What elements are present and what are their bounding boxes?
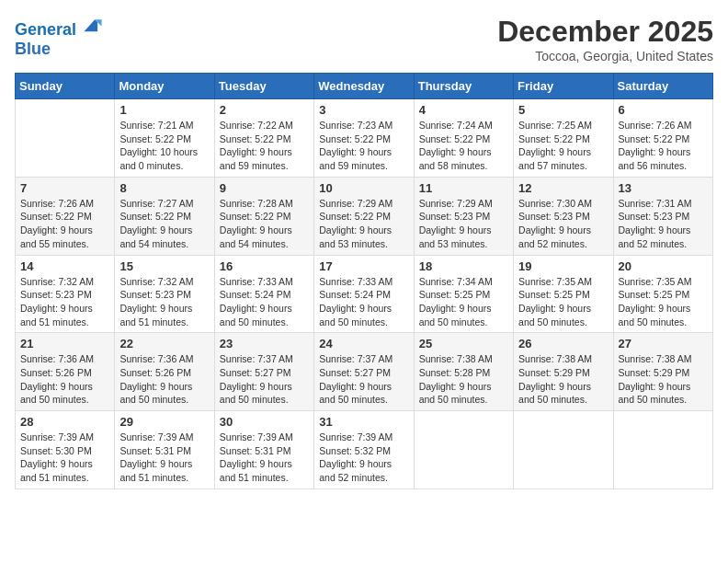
- day-info: Sunrise: 7:33 AM Sunset: 5:24 PM Dayligh…: [220, 275, 309, 329]
- day-number: 4: [419, 103, 508, 117]
- sunset-label: Sunset: 5:23 PM: [619, 211, 690, 222]
- daylight-label: Daylight: 9 hours and 51 minutes.: [220, 458, 292, 483]
- calendar-cell: [613, 411, 712, 489]
- day-number: 21: [20, 337, 109, 350]
- sunrise-label: Sunrise: 7:33 AM: [319, 276, 392, 287]
- day-info: Sunrise: 7:33 AM Sunset: 5:24 PM Dayligh…: [319, 275, 408, 329]
- calendar-cell: 28 Sunrise: 7:39 AM Sunset: 5:30 PM Dayl…: [16, 411, 115, 489]
- calendar-cell: 17 Sunrise: 7:33 AM Sunset: 5:24 PM Dayl…: [314, 255, 414, 333]
- daylight-label: Daylight: 9 hours and 50 minutes.: [619, 381, 691, 406]
- day-info: Sunrise: 7:22 AM Sunset: 5:22 PM Dayligh…: [220, 119, 309, 173]
- calendar-cell: 12 Sunrise: 7:30 AM Sunset: 5:23 PM Dayl…: [514, 177, 613, 255]
- calendar-cell: 20 Sunrise: 7:35 AM Sunset: 5:25 PM Dayl…: [613, 255, 712, 333]
- daylight-label: Daylight: 9 hours and 56 minutes.: [619, 146, 691, 171]
- calendar-cell: 22 Sunrise: 7:36 AM Sunset: 5:26 PM Dayl…: [115, 333, 214, 411]
- calendar-cell: 4 Sunrise: 7:24 AM Sunset: 5:22 PM Dayli…: [414, 99, 513, 178]
- sunrise-label: Sunrise: 7:36 AM: [119, 353, 193, 364]
- sunset-label: Sunset: 5:23 PM: [518, 211, 590, 222]
- calendar-cell: 5 Sunrise: 7:25 AM Sunset: 5:22 PM Dayli…: [514, 99, 613, 178]
- day-info: Sunrise: 7:35 AM Sunset: 5:25 PM Dayligh…: [518, 275, 608, 329]
- daylight-label: Daylight: 9 hours and 50 minutes.: [220, 303, 292, 327]
- logo-icon: [83, 15, 103, 35]
- sunrise-label: Sunrise: 7:22 AM: [220, 120, 293, 131]
- calendar-cell: 2 Sunrise: 7:22 AM Sunset: 5:22 PM Dayli…: [214, 99, 313, 178]
- sunrise-label: Sunrise: 7:37 AM: [220, 353, 293, 364]
- day-info: Sunrise: 7:25 AM Sunset: 5:22 PM Dayligh…: [518, 119, 608, 173]
- day-number: 5: [518, 103, 608, 117]
- day-info: Sunrise: 7:34 AM Sunset: 5:25 PM Dayligh…: [419, 275, 508, 329]
- day-number: 6: [619, 103, 708, 117]
- calendar-cell: [16, 99, 115, 178]
- calendar-week-row: 21 Sunrise: 7:36 AM Sunset: 5:26 PM Dayl…: [16, 333, 713, 411]
- daylight-label: Daylight: 9 hours and 55 minutes.: [20, 224, 93, 249]
- daylight-label: Daylight: 9 hours and 53 minutes.: [419, 224, 492, 249]
- day-info: Sunrise: 7:37 AM Sunset: 5:27 PM Dayligh…: [220, 352, 309, 407]
- sunrise-label: Sunrise: 7:34 AM: [419, 276, 493, 287]
- sunset-label: Sunset: 5:32 PM: [319, 445, 391, 456]
- sunset-label: Sunset: 5:22 PM: [220, 133, 291, 144]
- page-header: General Blue December 2025 Toccoa, Georg…: [15, 15, 713, 63]
- daylight-label: Daylight: 9 hours and 50 minutes.: [619, 303, 691, 327]
- title-area: December 2025 Toccoa, Georgia, United St…: [497, 15, 713, 63]
- sunset-label: Sunset: 5:22 PM: [220, 211, 291, 222]
- day-info: Sunrise: 7:35 AM Sunset: 5:25 PM Dayligh…: [619, 275, 708, 329]
- daylight-label: Daylight: 9 hours and 52 minutes.: [518, 224, 591, 249]
- sunset-label: Sunset: 5:22 PM: [119, 211, 191, 222]
- daylight-label: Daylight: 9 hours and 50 minutes.: [319, 381, 392, 406]
- weekday-header: Wednesday: [314, 74, 414, 99]
- calendar-cell: 31 Sunrise: 7:39 AM Sunset: 5:32 PM Dayl…: [314, 411, 414, 489]
- day-number: 31: [319, 415, 408, 429]
- sunset-label: Sunset: 5:22 PM: [319, 133, 391, 144]
- weekday-header: Thursday: [414, 74, 513, 99]
- sunrise-label: Sunrise: 7:23 AM: [319, 120, 392, 131]
- day-number: 2: [220, 103, 309, 117]
- sunset-label: Sunset: 5:31 PM: [220, 445, 291, 456]
- daylight-label: Daylight: 9 hours and 50 minutes.: [518, 303, 591, 327]
- day-number: 7: [20, 181, 109, 195]
- day-number: 14: [20, 259, 109, 273]
- calendar-cell: [514, 411, 613, 489]
- calendar-cell: 9 Sunrise: 7:28 AM Sunset: 5:22 PM Dayli…: [214, 177, 313, 255]
- sunrise-label: Sunrise: 7:35 AM: [518, 276, 592, 287]
- daylight-label: Daylight: 9 hours and 50 minutes.: [518, 381, 591, 406]
- day-number: 12: [518, 181, 608, 195]
- day-number: 28: [20, 415, 109, 429]
- logo-blue: Blue: [15, 40, 51, 59]
- sunrise-label: Sunrise: 7:39 AM: [220, 431, 293, 442]
- weekday-header: Tuesday: [214, 74, 313, 99]
- sunrise-label: Sunrise: 7:39 AM: [20, 431, 94, 442]
- sunrise-label: Sunrise: 7:38 AM: [619, 353, 692, 364]
- sunrise-label: Sunrise: 7:30 AM: [518, 198, 592, 209]
- sunset-label: Sunset: 5:25 PM: [518, 289, 590, 300]
- day-number: 19: [518, 259, 608, 273]
- daylight-label: Daylight: 9 hours and 50 minutes.: [419, 381, 492, 406]
- day-info: Sunrise: 7:24 AM Sunset: 5:22 PM Dayligh…: [419, 119, 508, 173]
- daylight-label: Daylight: 9 hours and 51 minutes.: [20, 303, 93, 327]
- calendar-cell: 24 Sunrise: 7:37 AM Sunset: 5:27 PM Dayl…: [314, 333, 414, 411]
- day-number: 1: [119, 103, 209, 117]
- sunset-label: Sunset: 5:26 PM: [119, 367, 191, 378]
- day-number: 3: [319, 103, 408, 117]
- day-number: 11: [419, 181, 508, 195]
- day-info: Sunrise: 7:36 AM Sunset: 5:26 PM Dayligh…: [119, 352, 209, 407]
- weekday-header: Friday: [514, 74, 613, 99]
- calendar-cell: 18 Sunrise: 7:34 AM Sunset: 5:25 PM Dayl…: [414, 255, 513, 333]
- daylight-label: Daylight: 9 hours and 52 minutes.: [319, 458, 392, 483]
- sunrise-label: Sunrise: 7:38 AM: [419, 353, 493, 364]
- day-info: Sunrise: 7:38 AM Sunset: 5:29 PM Dayligh…: [619, 352, 708, 407]
- day-info: Sunrise: 7:28 AM Sunset: 5:22 PM Dayligh…: [220, 197, 309, 251]
- sunrise-label: Sunrise: 7:31 AM: [619, 198, 692, 209]
- day-info: Sunrise: 7:38 AM Sunset: 5:28 PM Dayligh…: [419, 352, 508, 407]
- calendar-cell: 26 Sunrise: 7:38 AM Sunset: 5:29 PM Dayl…: [514, 333, 613, 411]
- calendar-cell: 14 Sunrise: 7:32 AM Sunset: 5:23 PM Dayl…: [16, 255, 115, 333]
- day-info: Sunrise: 7:32 AM Sunset: 5:23 PM Dayligh…: [20, 275, 109, 329]
- day-number: 22: [119, 337, 209, 350]
- sunrise-label: Sunrise: 7:39 AM: [119, 431, 193, 442]
- sunrise-label: Sunrise: 7:29 AM: [319, 198, 392, 209]
- calendar-cell: 8 Sunrise: 7:27 AM Sunset: 5:22 PM Dayli…: [115, 177, 214, 255]
- day-info: Sunrise: 7:39 AM Sunset: 5:32 PM Dayligh…: [319, 431, 408, 485]
- day-info: Sunrise: 7:39 AM Sunset: 5:31 PM Dayligh…: [119, 431, 209, 485]
- daylight-label: Daylight: 9 hours and 53 minutes.: [319, 224, 392, 249]
- day-info: Sunrise: 7:27 AM Sunset: 5:22 PM Dayligh…: [119, 197, 209, 251]
- sunrise-label: Sunrise: 7:25 AM: [518, 120, 592, 131]
